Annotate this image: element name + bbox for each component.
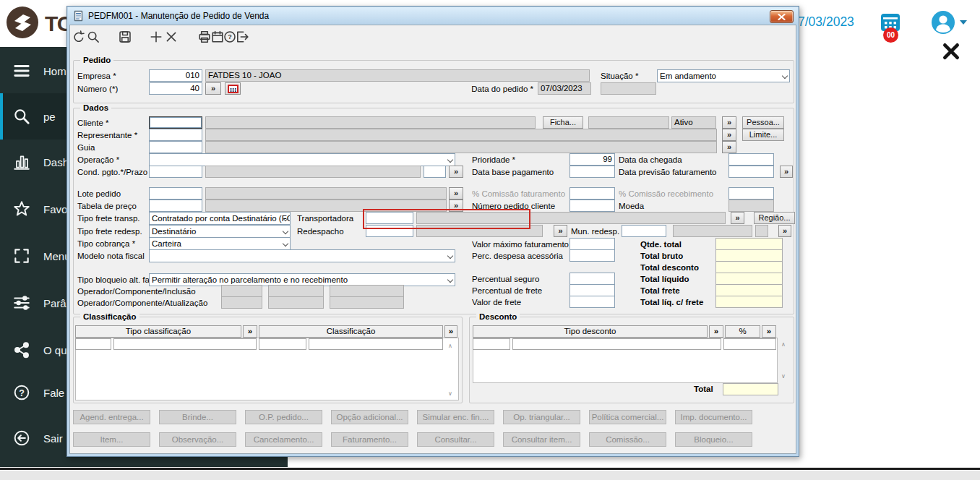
data-previsao-input[interactable] [728, 166, 774, 178]
data-chegada-input[interactable] [728, 153, 774, 166]
situacao-select[interactable]: Em andamento [657, 69, 790, 82]
notification-badge: 00 [883, 27, 898, 43]
pessoa-button[interactable]: Pessoa... [742, 116, 784, 129]
prazo-input[interactable] [424, 166, 446, 178]
help-icon[interactable]: ? [223, 30, 236, 43]
guia-input[interactable] [149, 141, 202, 153]
totvs-logo[interactable]: TO [6, 6, 73, 42]
numero-expand-button[interactable]: » [205, 82, 221, 95]
operacao-select[interactable] [149, 153, 455, 166]
frete-redesp-select[interactable]: Destinatário [149, 225, 291, 238]
scroll-down-button[interactable]: ∨ [448, 391, 452, 397]
regiao-button[interactable]: Região... [754, 212, 795, 224]
politica-comercial-button[interactable]: Política comercial... [589, 410, 666, 424]
dialog-titlebar[interactable]: PEDFM001 - Manutenção de Pedido de Venda [68, 7, 798, 25]
add-icon[interactable] [150, 30, 163, 43]
total-frete-label: Total frete [640, 285, 680, 297]
calendar-icon[interactable] [211, 30, 224, 43]
perc-despesa-input[interactable] [569, 249, 615, 262]
comissao-rec-input[interactable] [728, 187, 774, 200]
brinde-button[interactable]: Brinde... [159, 410, 236, 424]
user-avatar-icon[interactable] [931, 10, 955, 35]
perc-frete-input[interactable] [569, 284, 615, 296]
col-header-tipo-classificacao[interactable]: Tipo classificação [75, 325, 241, 338]
lote-expand-button[interactable]: » [449, 187, 463, 200]
ficha-button[interactable]: Ficha... [543, 116, 583, 129]
observacao-button[interactable]: Observação... [159, 432, 236, 447]
close-icon[interactable] [941, 41, 961, 61]
scroll-up-button[interactable]: ∧ [448, 343, 452, 349]
op-triangular-button[interactable]: Op. triangular... [503, 410, 580, 424]
undo-icon[interactable] [72, 30, 85, 43]
col-expand-button[interactable]: » [243, 325, 257, 338]
transportadora-expand-button[interactable]: » [731, 212, 744, 224]
cond-pgto-expand-button[interactable]: » [449, 166, 463, 178]
data-pedido-field: 07/03/2023 [538, 82, 591, 95]
comissao-button[interactable]: Comissão... [589, 432, 666, 447]
col-expand-button[interactable]: » [444, 325, 457, 338]
cliente-input[interactable] [149, 116, 202, 129]
grid-cell[interactable] [113, 338, 257, 350]
numero-input[interactable]: 40 [149, 82, 202, 95]
chevron-down-icon[interactable] [960, 20, 967, 25]
redespacho-expand-button[interactable]: » [554, 225, 567, 237]
consultar-button[interactable]: Consultar... [417, 432, 494, 447]
imp-documento-button[interactable]: Imp. documento... [675, 410, 752, 424]
cond-pgto-input[interactable] [149, 166, 202, 178]
limite-button[interactable]: Limite... [742, 129, 784, 141]
exit-icon[interactable] [236, 30, 249, 43]
tabela-preco-input[interactable] [149, 200, 202, 212]
num-pedido-cliente-input[interactable] [569, 200, 615, 212]
valor-frete-input[interactable] [569, 296, 615, 308]
desconto-total-label: Total [694, 383, 713, 395]
moeda-label: Moeda [619, 200, 644, 213]
scroll-down-button[interactable]: ∨ [781, 374, 786, 380]
print-icon[interactable] [198, 30, 211, 43]
bloqueio-button[interactable]: Bloqueio... [675, 432, 752, 447]
logout-icon [12, 429, 31, 447]
item-button[interactable]: Item... [73, 432, 150, 447]
opcao-adicional-button[interactable]: Opção adicional... [331, 410, 408, 424]
mun-redesp-expand-button[interactable]: » [778, 225, 791, 237]
agend-entrega-button[interactable]: Agend. entrega... [73, 410, 150, 424]
delete-icon[interactable] [165, 30, 178, 43]
grid-cell[interactable] [512, 338, 721, 350]
grid-cell[interactable] [473, 338, 510, 350]
mun-redesp-input[interactable] [622, 225, 666, 237]
comissao-fat-input[interactable] [569, 187, 615, 200]
dialog-close-button[interactable] [770, 10, 794, 23]
grid-lookup-icon[interactable] [225, 82, 241, 95]
col-header-classificacao[interactable]: Classificação [259, 325, 443, 338]
grid-cell[interactable] [309, 338, 443, 350]
guia-expand-button[interactable]: » [722, 141, 736, 153]
cliente-expand-button[interactable]: » [722, 116, 736, 129]
prioridade-input[interactable]: 99 [569, 153, 615, 166]
valor-max-input[interactable] [569, 238, 615, 250]
col-expand-button[interactable]: » [709, 325, 723, 338]
col-header-tipo-desconto[interactable]: Tipo desconto [473, 325, 708, 338]
representante-input[interactable] [149, 129, 202, 141]
data-base-input[interactable] [569, 166, 615, 178]
simular-enc-fin-button[interactable]: Simular enc. fin.... [417, 410, 494, 424]
cobranca-select[interactable]: Carteira [149, 237, 291, 250]
col-header-percentual[interactable]: % [725, 325, 760, 338]
lote-input[interactable] [149, 187, 202, 200]
empresa-input[interactable]: 010 [149, 69, 202, 82]
cancelamento-button[interactable]: Cancelamento... [245, 432, 322, 447]
grid-cell[interactable] [75, 338, 111, 350]
modelo-nf-select[interactable] [149, 249, 455, 262]
perc-seguro-input[interactable] [569, 273, 615, 285]
search-icon[interactable] [87, 30, 100, 43]
representante-expand-button[interactable]: » [722, 129, 736, 141]
grid-cell[interactable] [259, 338, 306, 350]
op-pedido-button[interactable]: O.P. pedido... [245, 410, 322, 424]
oper-inclusao-field-1 [221, 285, 262, 297]
save-icon[interactable] [119, 30, 132, 43]
col-expand-button[interactable]: » [762, 325, 776, 338]
faturamento-button[interactable]: Faturamento... [331, 432, 408, 447]
consultar-item-button[interactable]: Consultar item... [503, 432, 580, 447]
frete-transp-select[interactable]: Contratado por conta Destinatário (FC [149, 212, 291, 225]
scroll-up-button[interactable]: ∧ [781, 342, 786, 348]
grid-cell[interactable] [723, 338, 776, 350]
data-previsao-expand-button[interactable]: » [780, 166, 793, 178]
